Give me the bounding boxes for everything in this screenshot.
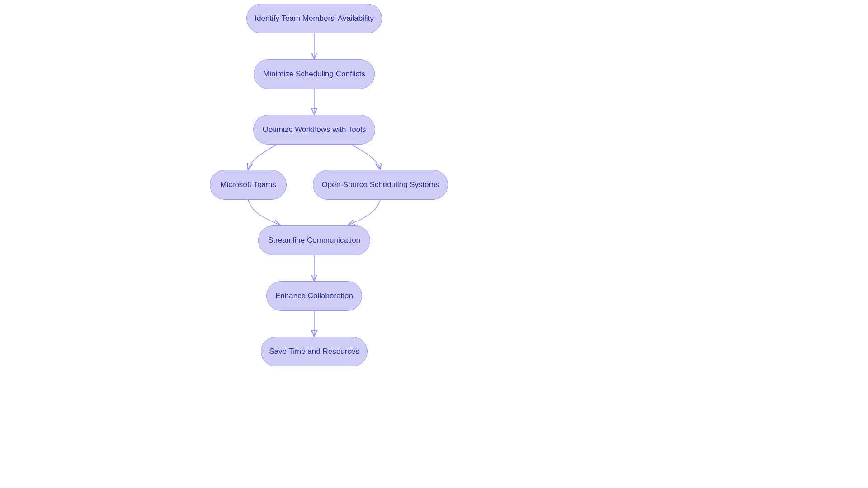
- edge-n4-n6: [248, 200, 279, 225]
- node-label: Save Time and Resources: [269, 347, 359, 356]
- node-minimize-conflicts: Minimize Scheduling Conflicts: [254, 59, 375, 89]
- node-enhance-collaboration: Enhance Collaboration: [266, 281, 362, 311]
- node-open-source-scheduling: Open-Source Scheduling Systems: [313, 170, 448, 200]
- node-optimize-workflows: Optimize Workflows with Tools: [253, 115, 375, 145]
- node-label: Streamline Communication: [268, 236, 360, 245]
- edge-n3-n5: [348, 143, 380, 169]
- edge-n5-n6: [349, 200, 380, 225]
- node-identify-availability: Identify Team Members' Availability: [246, 4, 382, 33]
- node-label: Identify Team Members' Availability: [255, 14, 373, 23]
- node-streamline-communication: Streamline Communication: [258, 225, 370, 255]
- node-save-time-resources: Save Time and Resources: [261, 337, 368, 366]
- node-label: Open-Source Scheduling Systems: [322, 180, 439, 189]
- node-label: Microsoft Teams: [220, 180, 276, 189]
- node-microsoft-teams: Microsoft Teams: [210, 170, 287, 200]
- node-label: Optimize Workflows with Tools: [263, 125, 366, 134]
- node-label: Minimize Scheduling Conflicts: [263, 70, 365, 79]
- edge-n3-n4: [248, 143, 280, 169]
- node-label: Enhance Collaboration: [275, 291, 353, 300]
- flowchart-edges: [0, 0, 868, 488]
